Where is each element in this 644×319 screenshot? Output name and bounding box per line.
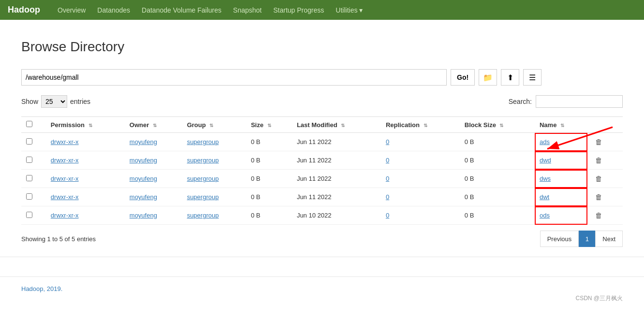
page-1-button[interactable]: 1 — [579, 231, 595, 247]
owner-link-4[interactable]: moyufeng — [130, 212, 157, 219]
size-cell-1: 0 B — [246, 151, 292, 170]
sort-replication-icon[interactable]: ⇅ — [424, 123, 427, 128]
permission-link-3[interactable]: drwxr-xr-x — [51, 193, 79, 201]
show-label: Show — [21, 98, 38, 105]
permission-link-1[interactable]: drwxr-xr-x — [51, 157, 79, 164]
block-size-cell-0: 0 B — [460, 133, 535, 151]
select-all-checkbox[interactable] — [26, 121, 32, 127]
delete-button-4[interactable]: 🗑 — [592, 210, 605, 220]
previous-button[interactable]: Previous — [540, 231, 579, 247]
nav-item-datanodes[interactable]: Datanodes — [91, 0, 136, 20]
footer-text: Hadoop, 2019. — [21, 285, 62, 292]
block-size-cell-4: 0 B — [460, 206, 535, 225]
nav-item-startup-progress[interactable]: Startup Progress — [267, 0, 330, 20]
upload-icon: ⬆ — [507, 73, 513, 82]
replication-link-1[interactable]: 0 — [386, 157, 389, 164]
col-last-modified: Last Modified ⇅ — [292, 117, 381, 133]
nav-item-utilities[interactable]: Utilities ▾ — [330, 0, 368, 20]
owner-link-2[interactable]: moyufeng — [130, 175, 157, 182]
row-checkbox-2[interactable] — [26, 175, 32, 181]
owner-link-3[interactable]: moyufeng — [130, 193, 157, 201]
delete-button-0[interactable]: 🗑 — [592, 137, 605, 147]
table-icon-button[interactable]: ☰ — [523, 69, 542, 86]
folder-icon-button[interactable]: 📁 — [479, 69, 497, 86]
row-checkbox-1[interactable] — [26, 157, 32, 163]
showing-text: Showing 1 to 5 of 5 entries — [21, 235, 96, 243]
col-owner: Owner ⇅ — [125, 117, 182, 133]
replication-link-4[interactable]: 0 — [386, 212, 389, 219]
replication-link-3[interactable]: 0 — [386, 193, 389, 201]
replication-link-0[interactable]: 0 — [386, 138, 389, 145]
nav-item-datanode-volume-failures[interactable]: Datanode Volume Failures — [136, 0, 227, 20]
table-row: drwxr-xr-xmoyufengsupergroup0 BJun 10 20… — [21, 206, 623, 225]
search-input[interactable] — [536, 95, 623, 108]
search-row: Search: — [509, 95, 623, 108]
upload-icon-button[interactable]: ⬆ — [501, 69, 519, 86]
page-title: Browse Directory — [21, 39, 623, 55]
folder-icon: 📁 — [483, 73, 493, 82]
sort-permission-icon[interactable]: ⇅ — [88, 123, 92, 128]
sort-size-icon[interactable]: ⇅ — [267, 123, 271, 128]
row-checkbox-4[interactable] — [26, 212, 32, 218]
col-size: Size ⇅ — [246, 117, 292, 133]
sort-last-modified-icon[interactable]: ⇅ — [341, 123, 345, 128]
chevron-down-icon: ▾ — [359, 6, 363, 14]
size-cell-4: 0 B — [246, 206, 292, 225]
sort-owner-icon[interactable]: ⇅ — [153, 123, 157, 128]
permission-link-4[interactable]: drwxr-xr-x — [51, 212, 79, 219]
table-row: drwxr-xr-xmoyufengsupergroup0 BJun 11 20… — [21, 133, 623, 151]
group-link-0[interactable]: supergroup — [187, 138, 219, 145]
path-input[interactable] — [21, 69, 447, 86]
row-checkbox-0[interactable] — [26, 138, 32, 145]
permission-link-2[interactable]: drwxr-xr-x — [51, 175, 79, 182]
last-modified-cell-2: Jun 11 2022 — [292, 170, 381, 188]
last-modified-cell-1: Jun 11 2022 — [292, 151, 381, 170]
size-cell-0: 0 B — [246, 133, 292, 151]
name-link-1[interactable]: dwd — [540, 157, 551, 164]
sort-name-icon[interactable]: ⇅ — [560, 123, 564, 128]
owner-link-0[interactable]: moyufeng — [130, 138, 157, 145]
pagination: Previous 1 Next — [540, 231, 623, 247]
table-row: drwxr-xr-xmoyufengsupergroup0 BJun 11 20… — [21, 151, 623, 170]
footer-divider — [0, 257, 644, 257]
col-checkbox — [21, 117, 46, 133]
table-row: drwxr-xr-xmoyufengsupergroup0 BJun 11 20… — [21, 188, 623, 206]
table-row: drwxr-xr-xmoyufengsupergroup0 BJun 11 20… — [21, 170, 623, 188]
navbar-brand[interactable]: Hadoop — [8, 5, 40, 15]
delete-button-3[interactable]: 🗑 — [592, 192, 605, 202]
owner-link-1[interactable]: moyufeng — [130, 157, 157, 164]
group-link-2[interactable]: supergroup — [187, 175, 219, 182]
col-actions — [587, 117, 623, 133]
permission-link-0[interactable]: drwxr-xr-x — [51, 138, 79, 145]
sort-group-icon[interactable]: ⇅ — [209, 123, 213, 128]
navbar: Hadoop Overview Datanodes Datanode Volum… — [0, 0, 644, 20]
nav-item-overview[interactable]: Overview — [52, 0, 91, 20]
sort-block-size-icon[interactable]: ⇅ — [499, 123, 503, 128]
go-button[interactable]: Go! — [451, 69, 475, 86]
col-name: Name ⇅ — [535, 117, 588, 133]
last-modified-cell-0: Jun 11 2022 — [292, 133, 381, 151]
directory-table: Permission ⇅ Owner ⇅ Group ⇅ Size ⇅ Last… — [21, 116, 623, 225]
next-button[interactable]: Next — [595, 231, 623, 247]
group-link-3[interactable]: supergroup — [187, 193, 219, 201]
col-replication: Replication ⇅ — [381, 117, 460, 133]
entries-select[interactable]: 10 25 50 100 — [41, 95, 67, 108]
name-link-3[interactable]: dwt — [540, 193, 549, 201]
site-footer: Hadoop, 2019. CSDN @三月枫火 — [0, 276, 644, 310]
delete-button-2[interactable]: 🗑 — [592, 174, 605, 184]
replication-link-2[interactable]: 0 — [386, 175, 389, 182]
name-link-4[interactable]: ods — [540, 212, 550, 219]
footer-credit: CSDN @三月枫火 — [21, 294, 623, 303]
name-link-0[interactable]: ads — [540, 138, 550, 145]
name-link-2[interactable]: dws — [540, 175, 551, 182]
nav-item-snapshot[interactable]: Snapshot — [227, 0, 267, 20]
size-cell-3: 0 B — [246, 188, 292, 206]
show-entries-row: Show 10 25 50 100 entries — [21, 95, 90, 108]
table-footer: Showing 1 to 5 of 5 entries Previous 1 N… — [21, 231, 623, 247]
col-group: Group ⇅ — [182, 117, 246, 133]
main-content: Browse Directory Go! 📁 ⬆ ☰ Show 10 25 50… — [0, 20, 644, 257]
group-link-1[interactable]: supergroup — [187, 157, 219, 164]
row-checkbox-3[interactable] — [26, 193, 32, 200]
group-link-4[interactable]: supergroup — [187, 212, 219, 219]
delete-button-1[interactable]: 🗑 — [592, 155, 605, 165]
